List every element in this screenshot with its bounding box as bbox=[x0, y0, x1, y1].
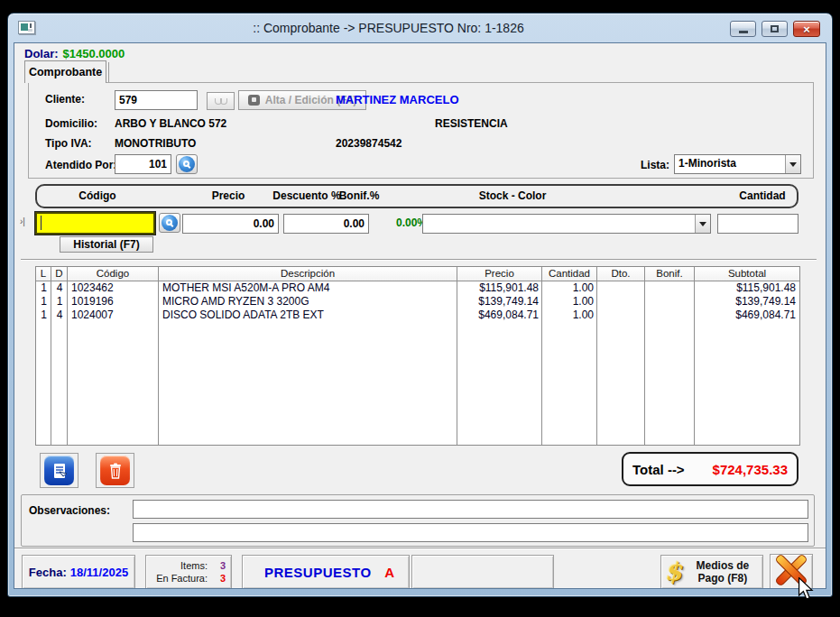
precio-input[interactable] bbox=[182, 214, 279, 234]
total-label: Total --> bbox=[632, 462, 685, 477]
column-header-subtotal: Subtotal bbox=[695, 267, 799, 281]
band-codigo-label: Código bbox=[52, 189, 143, 202]
cliente-panel: Cliente: Alta / Edición (F4) MARTINEZ MA… bbox=[28, 82, 814, 179]
column-header-bonif: Bonif. bbox=[645, 267, 695, 281]
band-bonif-label: Bonif.% bbox=[328, 189, 391, 202]
search-icon bbox=[162, 215, 178, 231]
descuento-input[interactable] bbox=[283, 214, 369, 234]
cell-subtotal: $469,084.71 bbox=[695, 308, 799, 322]
items-table-body: 1 4 1023462 MOTHER MSI A520M-A PRO AM4 $… bbox=[36, 281, 799, 445]
column-header-cantidad: Cantidad bbox=[542, 267, 597, 281]
cell-cantidad: 1.00 bbox=[542, 308, 597, 322]
fecha-label: Fecha: bbox=[29, 566, 67, 579]
cell-l: 1 bbox=[36, 308, 51, 322]
en-factura-label: En Factura: bbox=[156, 572, 208, 585]
separator bbox=[21, 259, 817, 261]
title-bar: :: Comprobante -> PRESUPUESTO Nro: 1-182… bbox=[8, 14, 832, 42]
cell-bonif bbox=[645, 295, 695, 308]
cell-descripcion: DISCO SOLIDO ADATA 2TB EXT bbox=[159, 308, 457, 322]
mouse-cursor bbox=[798, 577, 814, 604]
app-window: :: Comprobante -> PRESUPUESTO Nro: 1-182… bbox=[7, 13, 833, 597]
delete-item-button[interactable] bbox=[96, 453, 134, 488]
maximize-button[interactable] bbox=[762, 21, 788, 37]
stock-color-value bbox=[423, 215, 695, 233]
cliente-name: MARTINEZ MARCELO bbox=[336, 93, 459, 106]
codigo-search-button[interactable] bbox=[159, 213, 180, 233]
atendido-input[interactable] bbox=[115, 154, 171, 174]
document-edit-icon bbox=[44, 456, 74, 485]
cell-subtotal: $115,901.48 bbox=[695, 281, 799, 295]
items-table: L D Código Descripción Precio Cantidad D… bbox=[35, 266, 800, 446]
cell-codigo: 1024007 bbox=[68, 308, 159, 322]
cliente-code-input[interactable] bbox=[115, 90, 198, 110]
table-row[interactable]: 1 4 1024007 DISCO SOLIDO ADATA 2TB EXT $… bbox=[36, 308, 799, 322]
lista-combo[interactable]: 1-Minorista bbox=[674, 154, 801, 174]
band-precio-label: Precio bbox=[183, 189, 273, 202]
cell-precio: $115,901.48 bbox=[457, 281, 542, 295]
cell-codigo: 1023462 bbox=[68, 281, 159, 295]
cell-cantidad: 1.00 bbox=[542, 281, 597, 295]
lista-value: 1-Minorista bbox=[675, 155, 785, 173]
cantidad-input[interactable] bbox=[717, 214, 798, 234]
column-header-precio: Precio bbox=[457, 267, 542, 281]
codigo-input[interactable] bbox=[35, 212, 155, 235]
codigo-input-wrap bbox=[35, 212, 155, 235]
column-header-descripcion: Descripción bbox=[159, 267, 457, 281]
cell-l: 1 bbox=[36, 295, 51, 308]
cell-dto bbox=[597, 308, 645, 322]
chevron-down-icon bbox=[699, 222, 706, 226]
comprobante-tipo-box: PRESUPUESTO A bbox=[242, 555, 410, 589]
stock-dropdown-button[interactable] bbox=[695, 215, 710, 233]
edit-item-button[interactable] bbox=[40, 453, 78, 488]
window-title: :: Comprobante -> PRESUPUESTO Nro: 1-182… bbox=[62, 21, 715, 35]
cell-codigo: 1019196 bbox=[68, 295, 159, 308]
stock-color-combo[interactable] bbox=[422, 214, 711, 234]
cuit-value: 20239874542 bbox=[336, 137, 402, 150]
domicilio-label: Domicilio: bbox=[45, 117, 97, 130]
person-card-icon bbox=[248, 95, 260, 106]
cell-descripcion: MOTHER MSI A520M-A PRO AM4 bbox=[159, 281, 457, 295]
atendido-search-button[interactable] bbox=[176, 154, 198, 174]
lista-label: Lista: bbox=[641, 159, 669, 171]
localidad-value: RESISTENCIA bbox=[435, 117, 508, 130]
items-label: Items: bbox=[180, 559, 208, 572]
cell-dto bbox=[597, 281, 645, 295]
medios-pago-label: Medios de Pago (F8) bbox=[687, 559, 759, 585]
atendido-label: Atendido Por: bbox=[45, 159, 116, 171]
items-table-header: L D Código Descripción Precio Cantidad D… bbox=[36, 267, 799, 281]
cell-cantidad: 1.00 bbox=[542, 295, 597, 308]
historial-button[interactable]: Historial (F7) bbox=[60, 236, 153, 253]
entry-header-band: Código Precio Descuento % Bonif.% Stock … bbox=[35, 184, 798, 208]
bonif-percent-value: 0.00% bbox=[371, 216, 427, 229]
cell-precio: $139,749.14 bbox=[457, 295, 542, 308]
maximize-icon bbox=[771, 25, 779, 32]
tab-comprobante[interactable]: Comprobante bbox=[24, 60, 106, 83]
tipo-iva-label: Tipo IVA: bbox=[45, 137, 92, 150]
total-value: $724,735.33 bbox=[713, 462, 788, 477]
table-row[interactable]: 1 1 1019196 MICRO AMD RYZEN 3 3200G $139… bbox=[36, 295, 799, 308]
text-caret bbox=[41, 216, 42, 230]
column-header-d: D bbox=[51, 267, 68, 281]
cell-bonif bbox=[645, 281, 695, 295]
domicilio-value: ARBO Y BLANCO 572 bbox=[115, 117, 226, 130]
observaciones-input-2[interactable] bbox=[133, 523, 808, 542]
fecha-box: Fecha: 18/11/2025 bbox=[22, 555, 135, 589]
lista-dropdown-button[interactable] bbox=[785, 155, 800, 173]
band-cantidad-label: Cantidad bbox=[725, 189, 800, 202]
chevron-down-icon bbox=[789, 162, 797, 167]
trash-icon bbox=[100, 456, 130, 485]
close-button[interactable]: × bbox=[793, 21, 820, 37]
letra-comprobante: A bbox=[384, 565, 394, 580]
table-row[interactable]: 1 4 1023462 MOTHER MSI A520M-A PRO AM4 $… bbox=[36, 281, 799, 295]
band-stock-label: Stock - Color bbox=[440, 189, 585, 202]
app-icon bbox=[18, 21, 35, 34]
dollar-icon: $ bbox=[665, 557, 682, 587]
medios-pago-button[interactable]: $ Medios de Pago (F8) bbox=[660, 555, 763, 589]
tipo-iva-value: MONOTRIBUTO bbox=[115, 137, 196, 150]
observaciones-label: Observaciones: bbox=[29, 504, 110, 517]
cell-descripcion: MICRO AMD RYZEN 3 3200G bbox=[159, 295, 457, 308]
observaciones-input-1[interactable] bbox=[133, 500, 808, 519]
cliente-lookup-button[interactable] bbox=[207, 92, 235, 110]
cell-d: 4 bbox=[51, 281, 68, 295]
minimize-button[interactable] bbox=[730, 21, 756, 37]
